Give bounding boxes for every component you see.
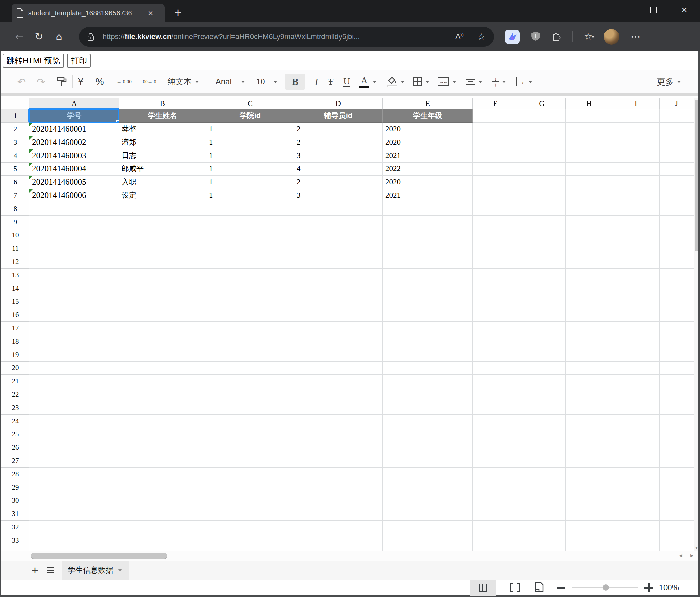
cell-D25[interactable]: [294, 428, 383, 441]
row-header-20[interactable]: 20: [1, 361, 29, 375]
cell-F16[interactable]: [473, 308, 518, 322]
cell-I2[interactable]: [612, 123, 659, 136]
cell-G5[interactable]: [518, 163, 566, 176]
column-header-I[interactable]: I: [612, 98, 659, 110]
cell-G23[interactable]: [518, 401, 566, 414]
cell-H29[interactable]: [566, 481, 612, 494]
cell-I1[interactable]: [612, 110, 659, 123]
cell-A29[interactable]: [29, 481, 119, 494]
row-header-3[interactable]: 3: [1, 136, 29, 149]
cell-A15[interactable]: [29, 295, 119, 308]
window-close-button[interactable]: ×: [669, 0, 700, 20]
cell-D5[interactable]: 4: [294, 163, 383, 176]
zoom-in-button[interactable]: [644, 583, 653, 592]
cell-C23[interactable]: [206, 401, 294, 414]
cell-D4[interactable]: 3: [294, 149, 383, 163]
cell-A32[interactable]: [29, 521, 119, 534]
cell-I10[interactable]: [612, 229, 659, 242]
scroll-right-icon[interactable]: ►: [690, 553, 695, 558]
row-header-5[interactable]: 5: [1, 163, 29, 176]
normal-view-button[interactable]: [470, 580, 496, 596]
cell-E23[interactable]: [383, 401, 473, 414]
cell-I16[interactable]: [612, 308, 659, 322]
cell-C20[interactable]: [206, 361, 294, 375]
cell-I19[interactable]: [612, 348, 659, 361]
cell-D28[interactable]: [294, 468, 383, 481]
browser-tab[interactable]: student_template_168819656736 ×: [11, 4, 165, 22]
increase-decimal-icon[interactable]: .00→.0: [142, 74, 156, 90]
cell-D20[interactable]: [294, 361, 383, 375]
cell-A10[interactable]: [29, 229, 119, 242]
cell-J8[interactable]: [659, 202, 694, 216]
cell-E2[interactable]: 2020: [383, 123, 473, 136]
favorite-star-icon[interactable]: ☆: [477, 31, 485, 42]
cell-I28[interactable]: [612, 468, 659, 481]
cell-E12[interactable]: [383, 255, 473, 269]
cell-H6[interactable]: [566, 176, 612, 189]
fill-color-button[interactable]: [388, 74, 397, 90]
cell-H13[interactable]: [566, 269, 612, 282]
cell-F15[interactable]: [473, 295, 518, 308]
cell-B6[interactable]: 入职: [119, 176, 206, 189]
cell-G8[interactable]: [518, 202, 566, 216]
cell-I25[interactable]: [612, 428, 659, 441]
row-header-25[interactable]: 25: [1, 428, 29, 441]
column-header-J[interactable]: J: [659, 98, 694, 110]
row-header-13[interactable]: 13: [1, 269, 29, 282]
cell-F5[interactable]: [473, 163, 518, 176]
cell-G13[interactable]: [518, 269, 566, 282]
cell-I23[interactable]: [612, 401, 659, 414]
cell-H22[interactable]: [566, 388, 612, 401]
number-format-dropdown[interactable]: 纯文本: [168, 74, 199, 90]
cell-C14[interactable]: [206, 282, 294, 295]
cell-D12[interactable]: [294, 255, 383, 269]
column-header-G[interactable]: G: [518, 98, 566, 110]
row-header-31[interactable]: 31: [1, 507, 29, 521]
cell-E32[interactable]: [383, 521, 473, 534]
strikethrough-button[interactable]: Ŧ: [328, 74, 333, 90]
cell-B19[interactable]: [119, 348, 206, 361]
sheet-tab-active[interactable]: 学生信息数据: [61, 561, 129, 580]
cell-F14[interactable]: [473, 282, 518, 295]
cell-E31[interactable]: [383, 507, 473, 521]
cell-F21[interactable]: [473, 375, 518, 388]
cell-G16[interactable]: [518, 308, 566, 322]
row-header-28[interactable]: 28: [1, 468, 29, 481]
zoom-slider[interactable]: [572, 587, 639, 588]
row-header-32[interactable]: 32: [1, 521, 29, 534]
cell-C12[interactable]: [206, 255, 294, 269]
cell-I5[interactable]: [612, 163, 659, 176]
cell-A28[interactable]: [29, 468, 119, 481]
cell-B20[interactable]: [119, 361, 206, 375]
cell-G6[interactable]: [518, 176, 566, 189]
cell-A20[interactable]: [29, 361, 119, 375]
cell-J22[interactable]: [659, 388, 694, 401]
cell-D1[interactable]: 辅导员id: [294, 110, 383, 123]
cell-E3[interactable]: 2020: [383, 136, 473, 149]
column-header-H[interactable]: H: [566, 98, 612, 110]
cell-C1[interactable]: 学院id: [206, 110, 294, 123]
cell-I31[interactable]: [612, 507, 659, 521]
cell-D7[interactable]: 3: [294, 189, 383, 202]
cell-G29[interactable]: [518, 481, 566, 494]
cell-D22[interactable]: [294, 388, 383, 401]
cell-A27[interactable]: [29, 454, 119, 468]
more-button[interactable]: 更多: [656, 76, 681, 88]
cell-A12[interactable]: [29, 255, 119, 269]
cell-F3[interactable]: [473, 136, 518, 149]
cell-F7[interactable]: [473, 189, 518, 202]
cell-D33[interactable]: [294, 534, 383, 547]
cell-J16[interactable]: [659, 308, 694, 322]
cell-H23[interactable]: [566, 401, 612, 414]
cell-G17[interactable]: [518, 322, 566, 335]
cell-E24[interactable]: [383, 414, 473, 428]
column-header-D[interactable]: D: [294, 98, 383, 110]
cell-A34[interactable]: [29, 547, 119, 551]
cell-E27[interactable]: [383, 454, 473, 468]
cell-H24[interactable]: [566, 414, 612, 428]
column-header-C[interactable]: C: [206, 98, 294, 110]
url-bar[interactable]: https://file.kkview.cn/onlinePreview?url…: [79, 27, 494, 47]
cell-H17[interactable]: [566, 322, 612, 335]
horizontal-scrollbar[interactable]: ◄ ►: [1, 551, 698, 560]
tab-close-icon[interactable]: ×: [148, 8, 153, 18]
